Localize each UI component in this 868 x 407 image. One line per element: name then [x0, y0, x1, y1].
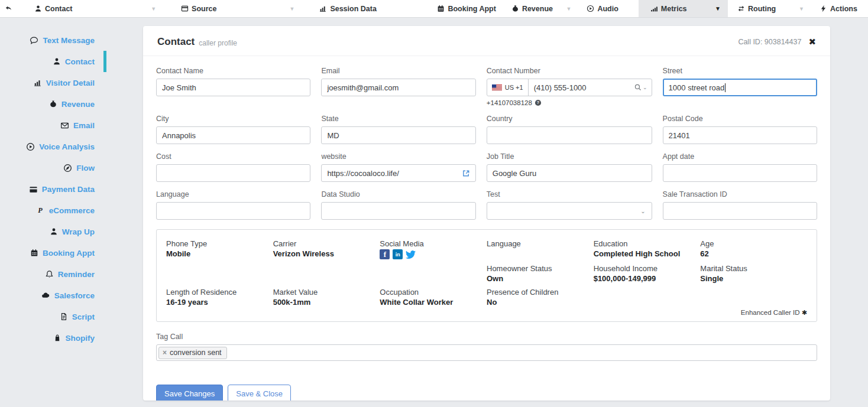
- profile-education: Education Completed High School: [594, 239, 701, 259]
- sidebar-item-shopify[interactable]: Shopify: [0, 327, 143, 349]
- enhanced-caller-profile: Phone Type Mobile Carrier Verizon Wirele…: [156, 229, 817, 322]
- sidebar-item-visitor-detail[interactable]: Visitor Detail: [0, 72, 143, 93]
- sidebar-item-script[interactable]: Script: [0, 306, 143, 327]
- sidebar-item-revenue[interactable]: Revenue: [0, 93, 143, 115]
- chevron-down-icon: ▼: [715, 5, 721, 12]
- sidebar-item-email[interactable]: Email: [0, 115, 143, 136]
- sidebar-item-ecommerce[interactable]: P eCommerce: [0, 200, 143, 221]
- field-country: Country: [487, 115, 652, 144]
- profile-age: Age 62: [700, 239, 807, 259]
- text-cursor: [725, 83, 726, 92]
- data-studio-input[interactable]: [322, 203, 475, 219]
- field-label: Cost: [156, 152, 310, 161]
- linkedin-icon[interactable]: in: [393, 249, 403, 259]
- nav-item-source[interactable]: Source ▼: [163, 0, 302, 17]
- cloud-icon: [41, 291, 50, 299]
- nav-item-revenue[interactable]: Revenue ▼: [503, 0, 579, 17]
- sidebar-item-contact[interactable]: Contact: [0, 51, 143, 72]
- page-subtitle: caller profile: [199, 37, 237, 47]
- person-icon: [34, 5, 42, 12]
- contact-name-input-box: [156, 79, 310, 96]
- nav-item-booking-appt[interactable]: Booking Appt: [429, 0, 503, 17]
- nav-item-actions[interactable]: Actions: [811, 0, 868, 17]
- field-label: Street: [663, 67, 817, 75]
- field-label: Sale Transaction ID: [663, 190, 817, 198]
- panel-body: Contact Name Email Contact Number: [143, 56, 830, 401]
- help-icon[interactable]: ?: [535, 99, 542, 106]
- sidebar-item-flow[interactable]: Flow: [0, 157, 143, 178]
- field-state: State: [321, 115, 475, 144]
- website-input[interactable]: [322, 165, 461, 181]
- top-nav: Contact ▼ Source ▼ Session Data Booking …: [17, 0, 868, 17]
- country-input-box: [487, 126, 652, 144]
- remove-tag-icon[interactable]: ×: [163, 349, 167, 357]
- lightning-bolt-icon: [820, 5, 827, 12]
- email-input-box: [321, 79, 475, 96]
- profile-social-media: Social Media f in: [380, 239, 487, 259]
- sidebar-item-text-message[interactable]: Text Message: [0, 30, 143, 51]
- test-select[interactable]: ⌄: [487, 202, 652, 220]
- search-icon[interactable]: [634, 83, 642, 92]
- email-input[interactable]: [322, 79, 475, 96]
- city-input[interactable]: [157, 127, 310, 144]
- job-title-input[interactable]: [487, 165, 652, 181]
- state-input[interactable]: [322, 127, 475, 144]
- save-changes-button[interactable]: Save Changes: [156, 385, 223, 401]
- bar-chart-icon: [34, 79, 42, 87]
- save-close-button[interactable]: Save & Close: [228, 385, 291, 401]
- sale-transaction-id-input[interactable]: [663, 203, 817, 219]
- field-label: State: [321, 115, 475, 123]
- country-code-selector[interactable]: US +1: [487, 79, 529, 96]
- person-icon: [50, 227, 58, 236]
- sidebar-item-reminder[interactable]: Reminder: [0, 263, 143, 285]
- profile-language: Language: [487, 239, 594, 259]
- close-icon[interactable]: ✖: [808, 37, 816, 47]
- appt-date-input[interactable]: [663, 165, 817, 181]
- contact-number-input[interactable]: [529, 79, 634, 96]
- swap-arrows-icon: [737, 5, 745, 12]
- field-label: website: [321, 152, 475, 161]
- chevron-down-icon[interactable]: ⌄: [643, 84, 647, 90]
- nav-item-metrics[interactable]: Metrics ▼: [639, 0, 728, 17]
- normalized-phone-text: +14107038128: [487, 99, 532, 106]
- bar-chart-icon: [319, 5, 327, 12]
- profile-phone-type: Phone Type Mobile: [166, 239, 273, 259]
- country-input[interactable]: [487, 127, 652, 144]
- sidebar-item-payment-data[interactable]: Payment Data: [0, 178, 143, 200]
- us-flag-icon: [492, 84, 502, 91]
- compass-icon: [63, 164, 72, 172]
- field-label: Job Title: [487, 152, 652, 161]
- field-website: website: [321, 152, 475, 182]
- external-link-icon[interactable]: [462, 169, 475, 178]
- chevron-down-icon: ▼: [799, 6, 804, 12]
- nav-item-audio[interactable]: Audio: [578, 0, 638, 17]
- profile-market-value: Market Value 500k-1mm: [273, 288, 380, 307]
- nav-item-routing[interactable]: Routing ▼: [728, 0, 811, 17]
- sidebar-item-voice-analysis[interactable]: Voice Analysis: [0, 136, 143, 157]
- state-input-box: [321, 126, 475, 144]
- nav-item-contact[interactable]: Contact ▼: [17, 0, 163, 17]
- tag-call-input[interactable]: × conversion sent: [156, 344, 817, 361]
- main-content: Text Message Contact Visitor Detail Reve…: [0, 18, 868, 407]
- sidebar-item-salesforce[interactable]: Salesforce: [0, 285, 143, 306]
- sidebar-item-booking-appt[interactable]: Booking Appt: [0, 242, 143, 263]
- facebook-icon[interactable]: f: [380, 249, 390, 259]
- window-icon: [181, 5, 189, 12]
- field-postal-code: Postal Code: [663, 115, 817, 144]
- chevron-down-icon: ▼: [151, 6, 156, 12]
- panel-header: Contact caller profile Call ID: 90381443…: [143, 26, 830, 56]
- twitter-icon[interactable]: [406, 249, 416, 259]
- postal-code-input[interactable]: [663, 127, 817, 144]
- nav-item-session-data[interactable]: Session Data: [302, 0, 429, 17]
- field-label: Postal Code: [663, 115, 817, 123]
- cost-input[interactable]: [157, 165, 310, 181]
- sale-transaction-id-input-box: [663, 202, 817, 220]
- contact-name-input[interactable]: [157, 79, 310, 96]
- field-street: Street 1000 street road: [663, 67, 817, 106]
- chevron-down-icon: ⌄: [640, 208, 645, 214]
- tag-chip: × conversion sent: [158, 347, 227, 359]
- language-input[interactable]: [157, 203, 310, 219]
- sidebar-item-wrap-up[interactable]: Wrap Up: [0, 221, 143, 242]
- undo-icon[interactable]: [0, 0, 17, 17]
- street-input[interactable]: 1000 street road: [663, 79, 817, 96]
